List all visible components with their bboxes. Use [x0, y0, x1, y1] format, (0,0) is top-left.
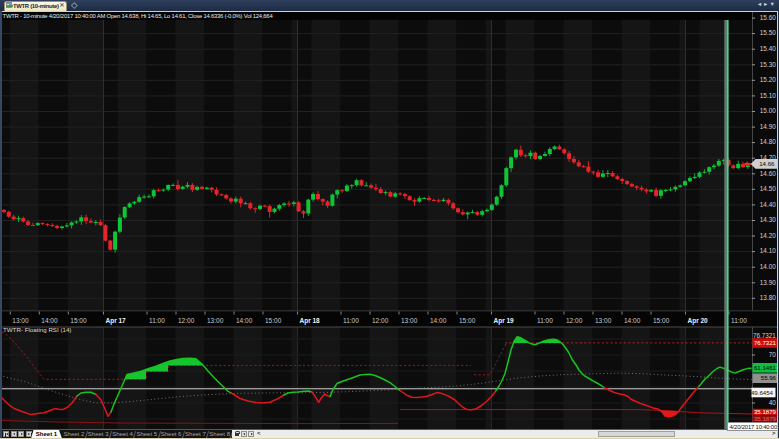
svg-text:61.1461: 61.1461: [754, 364, 777, 371]
svg-text:15:00: 15:00: [459, 317, 476, 324]
svg-text:15.00: 15.00: [760, 107, 776, 114]
svg-text:55.96: 55.96: [761, 374, 777, 381]
svg-text:15:00: 15:00: [70, 317, 87, 324]
svg-text:15.50: 15.50: [760, 29, 776, 36]
svg-text:14.00: 14.00: [760, 263, 776, 270]
svg-text:14.10: 14.10: [760, 247, 776, 254]
svg-text:13:00: 13:00: [401, 317, 418, 324]
svg-text:11:00: 11:00: [343, 317, 359, 324]
svg-text:15.30: 15.30: [760, 61, 776, 68]
svg-text:14.50: 14.50: [760, 185, 776, 192]
svg-text:13:00: 13:00: [12, 317, 29, 324]
svg-text:76.7321: 76.7321: [753, 332, 776, 339]
svg-text:70: 70: [769, 351, 777, 358]
svg-text:Apr 17: Apr 17: [106, 317, 127, 325]
svg-text:15:00: 15:00: [653, 317, 670, 324]
svg-text:12:00: 12:00: [372, 317, 389, 324]
svg-text:14.60: 14.60: [760, 170, 776, 177]
svg-text:14.30: 14.30: [760, 216, 776, 223]
svg-text:14.80: 14.80: [760, 138, 776, 145]
svg-text:Apr 19: Apr 19: [494, 317, 515, 325]
svg-text:15.10: 15.10: [760, 92, 776, 99]
svg-text:Apr 18: Apr 18: [300, 317, 321, 325]
svg-text:15:00: 15:00: [265, 317, 282, 324]
svg-text:15.40: 15.40: [760, 45, 776, 52]
svg-text:11:00: 11:00: [731, 317, 747, 324]
svg-text:12:00: 12:00: [178, 317, 195, 324]
svg-text:14:00: 14:00: [430, 317, 447, 324]
svg-text:11:00: 11:00: [149, 317, 165, 324]
svg-text:13:00: 13:00: [207, 317, 224, 324]
svg-text:40: 40: [769, 399, 777, 406]
svg-text:13.90: 13.90: [760, 279, 776, 286]
svg-text:14.40: 14.40: [760, 201, 776, 208]
svg-text:14.66: 14.66: [759, 160, 775, 167]
svg-text:Apr 20: Apr 20: [688, 317, 709, 325]
svg-text:11:00: 11:00: [537, 317, 553, 324]
svg-text:12:00: 12:00: [566, 317, 583, 324]
svg-text:14:00: 14:00: [624, 317, 641, 324]
svg-text:TWTR- Floating RSI (14): TWTR- Floating RSI (14): [3, 326, 71, 333]
svg-text:15.20: 15.20: [760, 76, 776, 83]
svg-text:13.80: 13.80: [760, 294, 776, 301]
svg-text:76.7321: 76.7321: [754, 339, 777, 346]
svg-text:13:00: 13:00: [595, 317, 612, 324]
svg-text:14:00: 14:00: [236, 317, 253, 324]
svg-text:14:00: 14:00: [41, 317, 58, 324]
svg-text:49.6454: 49.6454: [751, 389, 774, 396]
svg-text:14.20: 14.20: [760, 232, 776, 239]
svg-text:14.90: 14.90: [760, 123, 776, 130]
